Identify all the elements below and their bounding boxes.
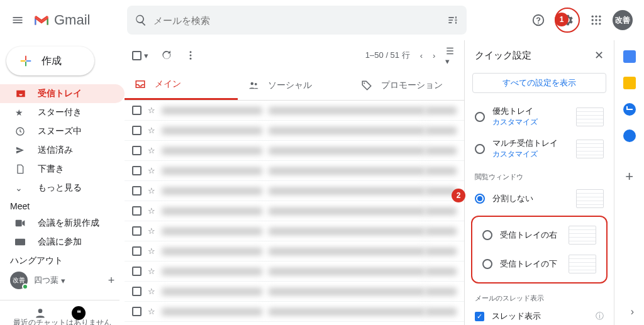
tasks-addon[interactable] — [623, 103, 636, 116]
mail-row[interactable]: ☆ — [125, 141, 464, 161]
quick-settings-panel: クイック設定 ✕ すべての設定を表示 優先トレイ カスタマイズ マルチ受信トレイ… — [464, 40, 614, 325]
mail-row[interactable]: ☆ — [125, 262, 464, 282]
compose-label: 作成 — [42, 55, 62, 68]
prev-page-button[interactable]: ‹ — [420, 51, 423, 60]
svg-rect-10 — [16, 220, 22, 227]
radio-icon — [475, 194, 485, 204]
mail-row[interactable]: ☆ — [125, 161, 464, 181]
people-icon — [248, 80, 259, 91]
customize-link[interactable]: カスタマイズ — [492, 117, 569, 128]
inboxtype-multi[interactable]: マルチ受信トレイ カスタマイズ — [465, 133, 614, 165]
chevron-down-icon: ▾ — [144, 51, 148, 60]
tab-social[interactable]: ソーシャル — [238, 70, 351, 100]
mail-row[interactable]: ☆ — [125, 181, 464, 201]
layout-thumb — [569, 226, 596, 245]
svg-rect-11 — [15, 239, 25, 246]
main-menu-button[interactable] — [5, 8, 30, 33]
mail-row[interactable]: ☆ — [125, 121, 464, 141]
compose-button[interactable]: 作成 — [6, 47, 94, 75]
calendar-addon[interactable] — [623, 50, 636, 63]
refresh-button[interactable] — [161, 50, 172, 61]
nav-sent[interactable]: 送信済み — [0, 141, 125, 160]
hide-panel-button[interactable]: › — [631, 306, 634, 317]
readingpane-below[interactable]: 受信トレイの下 — [472, 250, 606, 278]
inbox-icon — [15, 88, 26, 99]
hangout-section-title: ハングアウト — [0, 251, 125, 269]
send-icon — [15, 145, 26, 155]
nav-snoozed[interactable]: スヌーズ中 — [0, 122, 125, 141]
keep-addon[interactable] — [623, 77, 636, 89]
help-icon — [531, 13, 545, 27]
mail-row[interactable]: ☆ — [125, 282, 464, 302]
mail-row[interactable]: ☆ — [125, 241, 464, 262]
inbox-tab-icon — [135, 79, 146, 90]
mail-row[interactable]: ☆ — [125, 101, 464, 121]
layout-thumb — [576, 189, 604, 208]
nav-inbox[interactable]: 受信トレイ — [0, 84, 125, 103]
hangout-add-icon[interactable]: + — [108, 274, 115, 287]
reading-pane-label: 閲覧ウィンドウ — [465, 165, 614, 184]
readingpane-nosplit[interactable]: 分割しない — [465, 184, 614, 213]
more-button[interactable] — [185, 50, 196, 61]
apps-grid-icon — [590, 14, 602, 26]
meet-new[interactable]: 会議を新規作成 — [0, 214, 125, 233]
search-options-icon[interactable] — [447, 14, 459, 26]
tag-icon — [361, 80, 372, 91]
mail-row[interactable]: ☆ — [125, 201, 464, 221]
search-input[interactable] — [153, 15, 447, 26]
thread-toggle[interactable]: ✓ スレッド表示 ⓘ — [465, 306, 614, 325]
next-page-button[interactable]: › — [433, 51, 435, 60]
mail-row[interactable]: ☆ — [125, 221, 464, 241]
contacts-addon[interactable] — [623, 129, 636, 142]
apps-button[interactable] — [584, 8, 609, 33]
checkbox-icon — [132, 51, 142, 60]
svg-point-18 — [364, 82, 365, 84]
svg-point-3 — [592, 19, 594, 21]
mail-toolbar: ▾ 1–50 / 51 行 ‹ › ▾ — [125, 40, 464, 70]
hangout-account[interactable]: 改善 四つ葉 ▾ + — [0, 269, 125, 292]
quick-settings-title: クイック設定 — [475, 50, 531, 62]
readingpane-right[interactable]: 受信トレイの右 — [472, 221, 606, 250]
svg-point-14 — [190, 55, 192, 57]
see-all-settings-button[interactable]: すべての設定を表示 — [472, 73, 606, 93]
help-icon[interactable]: ⓘ — [596, 311, 604, 322]
meet-join[interactable]: 会議に参加 — [0, 233, 125, 251]
mail-row[interactable]: ☆ — [125, 302, 464, 322]
svg-point-17 — [255, 82, 257, 85]
nav-starred[interactable]: ★ スター付き — [0, 103, 125, 122]
svg-point-1 — [595, 16, 597, 18]
account-avatar[interactable]: 改善 — [613, 10, 633, 30]
mail-list: ☆ ☆ ☆ ☆ ☆ ☆ ☆ ☆ ☆ ☆ ☆ — [125, 101, 464, 325]
nav-drafts[interactable]: 下書き — [0, 160, 125, 179]
checkbox-icon: ✓ — [475, 312, 484, 321]
footer-chat-icon[interactable]: ❝ — [72, 306, 86, 320]
svg-point-6 — [592, 23, 594, 25]
radio-icon — [475, 112, 485, 122]
density-button[interactable]: ▾ — [445, 45, 457, 66]
keyboard-icon — [15, 238, 26, 246]
get-addons-button[interactable]: + — [625, 168, 633, 185]
draft-icon — [15, 164, 26, 174]
gmail-logo[interactable]: Gmail — [33, 12, 121, 28]
tab-primary[interactable]: メイン — [125, 70, 238, 100]
support-button[interactable] — [526, 8, 551, 33]
svg-point-2 — [599, 16, 601, 18]
layout-thumb — [569, 255, 596, 273]
search-bar[interactable] — [127, 6, 467, 35]
annotation-2: 2 — [452, 189, 465, 202]
tab-promotions[interactable]: プロモーション — [351, 70, 464, 100]
customize-link[interactable]: カスタマイズ — [492, 149, 569, 160]
nav-more[interactable]: ⌄ もっと見る — [0, 179, 125, 197]
close-button[interactable]: ✕ — [594, 48, 604, 62]
svg-point-13 — [190, 51, 192, 53]
video-icon — [15, 219, 26, 227]
radio-icon — [482, 230, 492, 240]
side-panel: + › — [614, 40, 644, 325]
inboxtype-priority[interactable]: 優先トレイ カスタマイズ — [465, 101, 614, 133]
layout-thumb — [576, 140, 604, 158]
svg-point-5 — [599, 19, 601, 21]
svg-point-7 — [595, 23, 597, 25]
chevron-down-icon: ⌄ — [15, 183, 26, 193]
footer-person-icon[interactable] — [34, 307, 47, 319]
select-all[interactable]: ▾ — [132, 51, 148, 60]
